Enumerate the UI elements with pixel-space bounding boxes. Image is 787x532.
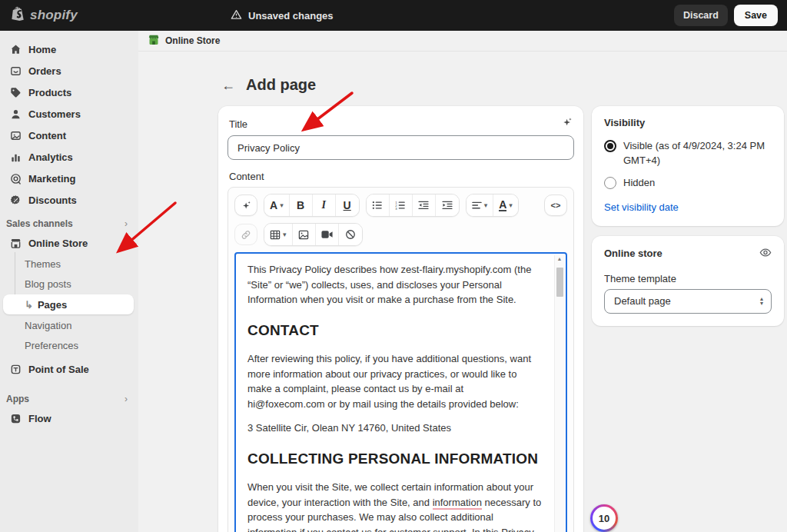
eye-icon[interactable] <box>759 247 772 261</box>
visibility-title: Visibility <box>604 117 772 128</box>
title-input[interactable] <box>227 135 574 160</box>
breadcrumb[interactable]: Online Store <box>165 35 220 46</box>
save-button[interactable]: Save <box>734 5 778 26</box>
rich-text-editor: A▾ B I U 123 ▾ A▾ <box>227 187 574 532</box>
hidden-radio-option[interactable]: Hidden <box>604 176 772 191</box>
sidebar-subitem-preferences[interactable]: Preferences <box>0 335 138 355</box>
online-store-green-icon <box>148 34 160 48</box>
title-field-label: Title <box>229 118 247 130</box>
subitem-label: Navigation <box>25 320 71 331</box>
bold-button[interactable]: B <box>290 195 313 216</box>
code-view-button[interactable]: <> <box>544 195 567 216</box>
svg-text:3: 3 <box>395 207 397 210</box>
discount-icon <box>9 194 22 207</box>
shopify-logo[interactable]: shopify <box>11 6 78 25</box>
italic-button[interactable]: I <box>313 195 336 216</box>
apps-label: Apps <box>6 394 29 404</box>
visible-option-label: Visible (as of 4/9/2024, 3:24 PM GMT+4) <box>623 139 772 168</box>
theme-template-select[interactable]: Default page ▴▾ <box>604 289 772 314</box>
page-title: Add page <box>246 76 316 94</box>
sidebar-item-discounts[interactable]: Discounts <box>0 189 138 211</box>
sidebar-subitem-blog-posts[interactable]: Blog posts <box>0 274 138 294</box>
storefront-icon <box>9 237 22 250</box>
sidebar-item-online-store[interactable]: Online Store <box>0 232 138 254</box>
radio-unselected-icon[interactable] <box>604 177 616 189</box>
chevron-down-icon: ▾ <box>509 201 513 209</box>
editor-toolbar-row-1: A▾ B I U 123 ▾ A▾ <box>234 194 567 217</box>
numbered-list-button[interactable]: 123 <box>390 195 413 216</box>
orders-icon <box>9 65 22 78</box>
magic-sparkle-button[interactable] <box>234 195 257 216</box>
sidebar-item-point-of-sale[interactable]: Point of Sale <box>0 358 138 380</box>
sidebar-item-label: Orders <box>28 65 61 77</box>
outdent-button[interactable] <box>413 195 436 216</box>
sidebar-item-marketing[interactable]: Marketing <box>0 168 138 189</box>
sidebar-item-label: Online Store <box>28 238 88 249</box>
tag-icon <box>9 86 22 99</box>
bulleted-list-button[interactable] <box>367 195 390 216</box>
font-style-button[interactable]: A▾ <box>264 195 290 216</box>
policy-paragraph: When you visit the Site, we collect cert… <box>247 480 543 532</box>
subitem-label: Blog posts <box>25 278 71 290</box>
home-icon <box>9 43 22 56</box>
indent-button[interactable] <box>436 195 459 216</box>
sidebar-subitem-themes[interactable]: Themes <box>0 254 138 274</box>
alignment-button[interactable]: ▾ <box>467 195 494 216</box>
chevron-down-icon: ▾ <box>484 201 488 209</box>
sidebar-item-content[interactable]: Content <box>0 125 138 146</box>
editor-document: This Privacy Policy describes how zest-f… <box>236 254 566 532</box>
sidebar-subitem-navigation[interactable]: Navigation <box>0 315 138 335</box>
table-button[interactable]: ▾ <box>264 224 293 245</box>
flow-app-icon <box>9 412 22 425</box>
address-line: 3 Satellite Cir, Olean NY 14760, United … <box>247 421 543 436</box>
sidebar-item-label: Flow <box>28 413 51 424</box>
online-store-card: Online store Theme template Default page… <box>592 236 784 326</box>
discard-button[interactable]: Discard <box>674 5 728 26</box>
apps-section[interactable]: Apps › <box>0 386 138 407</box>
shopify-bag-icon <box>11 6 25 25</box>
theme-template-value: Default page <box>614 295 671 307</box>
back-button[interactable]: ← <box>218 77 238 94</box>
online-store-card-title: Online store <box>604 248 662 259</box>
collecting-heading: COLLECTING PERSONAL INFORMATION <box>247 448 543 470</box>
context-bar: Online Store <box>138 31 787 52</box>
extension-counter-badge[interactable]: 10 <box>590 504 618 532</box>
underline-button[interactable]: U <box>336 195 359 216</box>
sidebar-item-label: Discounts <box>28 195 77 206</box>
chevron-down-icon: ▾ <box>283 231 287 238</box>
editor-scrollbar[interactable]: ▲ ▼ <box>554 255 564 532</box>
bar-chart-icon <box>9 151 22 164</box>
sidebar-item-customers[interactable]: Customers <box>0 103 138 125</box>
page-form-card: Title Content A▾ B <box>218 106 583 532</box>
badge-count: 10 <box>593 507 616 530</box>
sidebar-subitem-pages[interactable]: ↳ Pages <box>3 294 134 314</box>
visible-radio-option[interactable]: Visible (as of 4/9/2024, 3:24 PM GMT+4) <box>604 139 772 168</box>
sales-channels-section[interactable]: Sales channels › <box>0 211 138 232</box>
radio-selected-icon[interactable] <box>604 140 616 152</box>
sidebar-item-label: Point of Sale <box>28 364 89 375</box>
set-visibility-date-link[interactable]: Set visibility date <box>604 201 679 213</box>
main-area: Online Store ← Add page Title Content <box>138 31 787 532</box>
sidebar-item-products[interactable]: Products <box>0 81 138 103</box>
ai-sparkle-icon[interactable] <box>562 117 573 131</box>
insert-video-button[interactable] <box>316 224 339 245</box>
scrollbar-thumb[interactable] <box>556 268 563 297</box>
sidebar-item-orders[interactable]: Orders <box>0 60 138 81</box>
warning-triangle-icon <box>231 9 242 22</box>
editor-content-area[interactable]: This Privacy Policy describes how zest-f… <box>234 252 567 532</box>
link-button[interactable] <box>234 224 257 245</box>
select-chevrons-icon: ▴▾ <box>760 297 763 306</box>
sidebar-item-label: Customers <box>28 108 81 120</box>
clear-formatting-button[interactable] <box>339 224 362 245</box>
target-icon <box>9 172 22 185</box>
sidebar-item-home[interactable]: Home <box>0 38 138 60</box>
spellcheck-underlined-word: information <box>433 497 482 510</box>
sidebar-item-label: Analytics <box>28 151 73 163</box>
sidebar-item-analytics[interactable]: Analytics <box>0 146 138 168</box>
scroll-up-icon[interactable]: ▲ <box>557 255 563 264</box>
sidebar-item-label: Content <box>28 130 66 141</box>
insert-image-button[interactable] <box>293 224 316 245</box>
sidebar-item-flow[interactable]: Flow <box>0 407 138 429</box>
text-color-button[interactable]: A▾ <box>493 195 518 216</box>
subitem-label: Preferences <box>25 340 78 351</box>
